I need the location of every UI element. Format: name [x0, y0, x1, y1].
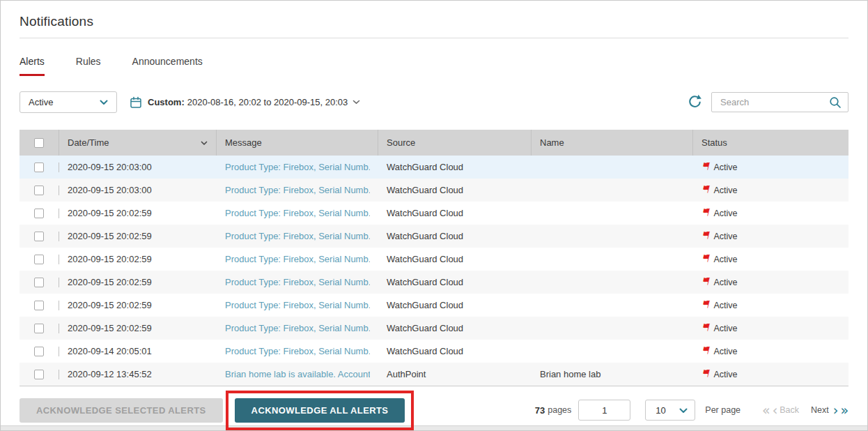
row-message-link[interactable]: Product Type: Firebox, Serial Numb... — [225, 231, 370, 241]
row-status: Active — [713, 209, 737, 218]
tab-rules[interactable]: Rules — [76, 56, 101, 76]
table-row[interactable]: 2020-09-15 20:02:59 Product Type: Firebo… — [20, 225, 848, 248]
status-filter-dropdown[interactable]: Active — [20, 91, 117, 113]
page-bottom-band — [1, 425, 867, 430]
row-source: WatchGuard Cloud — [378, 300, 532, 310]
row-message-link[interactable]: Product Type: Firebox, Serial Numb... — [225, 323, 370, 333]
refresh-icon — [688, 94, 702, 111]
row-checkbox[interactable] — [34, 370, 44, 379]
row-status: Active — [713, 370, 737, 379]
per-page-label: Per page — [705, 405, 741, 415]
table-row[interactable]: 2020-09-15 20:02:59 Product Type: Firebo… — [20, 317, 848, 340]
row-checkbox-cell — [20, 278, 59, 287]
row-status-cell: ⚑ Active — [693, 186, 848, 195]
row-status: Active — [713, 301, 737, 310]
row-status: Active — [713, 324, 737, 333]
row-source: WatchGuard Cloud — [378, 254, 532, 264]
column-header-message[interactable]: Message — [217, 130, 378, 156]
last-page-icon[interactable]: » — [840, 404, 848, 417]
select-all-cell — [20, 130, 59, 156]
row-checkbox[interactable] — [34, 347, 44, 356]
table-row[interactable]: 2020-09-15 20:03:00 Product Type: Firebo… — [20, 156, 848, 179]
flag-icon: ⚑ — [700, 324, 712, 333]
row-status: Active — [713, 232, 737, 241]
status-filter-value: Active — [29, 97, 53, 107]
acknowledge-all-button[interactable]: ACKNOWLEDGE ALL ALERTS — [235, 398, 405, 423]
tab-announcements[interactable]: Announcements — [132, 56, 203, 76]
table-header-row: Date/Time Message Source Name Status — [20, 130, 848, 156]
tab-alerts[interactable]: Alerts — [20, 56, 45, 76]
row-message-link[interactable]: Brian home lab is available. Account... — [225, 369, 370, 379]
flag-icon: ⚑ — [700, 232, 712, 241]
row-source: WatchGuard Cloud — [378, 323, 532, 333]
refresh-button[interactable] — [688, 94, 702, 111]
flag-icon: ⚑ — [700, 186, 712, 195]
filter-row: Active Custom: 2020-08-16, 20:02 to 2020… — [20, 91, 848, 113]
next-page-icon[interactable]: › — [833, 404, 839, 417]
search-icon[interactable] — [829, 96, 842, 112]
column-header-name[interactable]: Name — [532, 130, 693, 156]
red-highlight-annotation: ACKNOWLEDGE ALL ALERTS — [226, 391, 414, 430]
row-message-link[interactable]: Product Type: Firebox, Serial Numb... — [225, 162, 370, 172]
row-source: WatchGuard Cloud — [378, 277, 532, 287]
row-source: WatchGuard Cloud — [378, 185, 532, 195]
row-checkbox[interactable] — [34, 324, 44, 333]
row-status-cell: ⚑ Active — [693, 347, 848, 356]
table-row[interactable]: 2020-09-15 20:02:59 Product Type: Firebo… — [20, 294, 848, 317]
table-row[interactable]: 2020-09-15 20:02:59 Product Type: Firebo… — [20, 202, 848, 225]
date-range-filter[interactable]: Custom: 2020-08-16, 20:02 to 2020-09-15,… — [130, 96, 360, 109]
row-checkbox[interactable] — [34, 186, 44, 195]
row-status-cell: ⚑ Active — [693, 162, 848, 172]
row-checkbox[interactable] — [34, 255, 44, 264]
row-datetime: 2020-09-15 20:02:59 — [59, 254, 217, 264]
row-checkbox[interactable] — [34, 162, 44, 172]
row-checkbox[interactable] — [34, 301, 44, 310]
row-message-link[interactable]: Product Type: Firebox, Serial Numb... — [225, 208, 370, 218]
chevron-down-icon — [679, 405, 688, 416]
row-datetime: 2020-09-14 20:05:01 — [59, 346, 217, 356]
first-page-icon[interactable]: « — [762, 404, 770, 417]
row-checkbox-cell — [20, 255, 59, 264]
row-status-cell: ⚑ Active — [693, 255, 848, 264]
row-source: WatchGuard Cloud — [378, 208, 532, 218]
column-header-datetime[interactable]: Date/Time — [59, 130, 217, 156]
table-row[interactable]: 2020-09-15 20:02:59 Product Type: Firebo… — [20, 248, 848, 271]
row-message-link[interactable]: Product Type: Firebox, Serial Numb... — [225, 277, 370, 287]
next-button[interactable]: Next — [811, 405, 829, 415]
table-row[interactable]: 2020-09-14 20:05:01 Product Type: Firebo… — [20, 340, 848, 363]
acknowledge-selected-button[interactable]: ACKNOWLEDGE SELECTED ALERTS — [20, 398, 223, 423]
select-all-checkbox[interactable] — [34, 138, 44, 148]
per-page-dropdown[interactable]: 10 — [645, 400, 695, 421]
current-page-input[interactable] — [578, 400, 630, 421]
row-datetime: 2020-09-15 20:02:59 — [59, 208, 217, 218]
row-status: Active — [713, 186, 737, 195]
table-row[interactable]: 2020-09-12 13:45:52 Brian home lab is av… — [20, 363, 848, 386]
row-checkbox[interactable] — [34, 209, 44, 218]
row-checkbox[interactable] — [34, 278, 44, 287]
row-status-cell: ⚑ Active — [693, 370, 848, 379]
row-message-link[interactable]: Product Type: Firebox, Serial Numb... — [225, 346, 370, 356]
table-row[interactable]: 2020-09-15 20:03:00 Product Type: Firebo… — [20, 179, 848, 202]
row-source: AuthPoint — [378, 369, 532, 379]
flag-icon: ⚑ — [700, 162, 712, 172]
column-header-label: Date/Time — [68, 137, 109, 148]
table-row[interactable]: 2020-09-15 20:02:59 Product Type: Firebo… — [20, 271, 848, 294]
row-status-cell: ⚑ Active — [693, 301, 848, 310]
page-header: Notifications — [20, 1, 848, 38]
row-message-link[interactable]: Product Type: Firebox, Serial Numb... — [225, 300, 370, 310]
row-datetime: 2020-09-15 20:02:59 — [59, 277, 217, 287]
column-header-status[interactable]: Status — [693, 130, 848, 156]
row-message-link[interactable]: Product Type: Firebox, Serial Numb... — [225, 185, 370, 195]
row-datetime: 2020-09-12 13:45:52 — [59, 369, 217, 379]
back-button[interactable]: Back — [780, 405, 799, 415]
calendar-icon — [130, 96, 142, 109]
previous-page-icon[interactable]: ‹ — [773, 404, 778, 417]
row-status: Active — [713, 278, 737, 287]
alerts-table: Date/Time Message Source Name Status 202… — [20, 130, 848, 386]
search-input[interactable] — [712, 97, 823, 107]
flag-icon: ⚑ — [700, 301, 712, 310]
column-header-source[interactable]: Source — [378, 130, 532, 156]
row-checkbox[interactable] — [34, 232, 44, 241]
row-message-link[interactable]: Product Type: Firebox, Serial Numb... — [225, 254, 370, 264]
row-status-cell: ⚑ Active — [693, 278, 848, 287]
